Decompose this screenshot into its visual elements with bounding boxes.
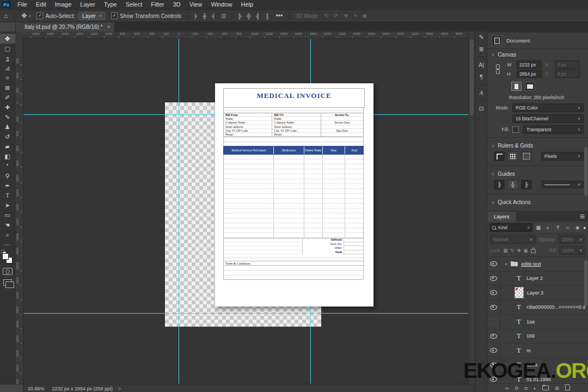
toggle-guides-button[interactable]: ╠ bbox=[494, 180, 505, 189]
eyedropper-tool-icon[interactable]: ✐ bbox=[0, 93, 15, 102]
layer-name[interactable]: citta0000000...<<<<<<<0 d bbox=[526, 304, 585, 310]
guide-style-dropdown[interactable]: ∨ bbox=[541, 181, 584, 188]
invoice-page[interactable]: MEDICAL INVOICE Bill FromName:Company Na… bbox=[215, 83, 373, 307]
rectangle-tool-icon[interactable]: ▭ bbox=[0, 210, 15, 220]
fill-dropdown[interactable]: Transparent ∨ bbox=[523, 125, 584, 134]
x-field[interactable]: 0 px bbox=[555, 60, 580, 69]
toggle-pixel-grid-button[interactable] bbox=[521, 151, 532, 161]
toolbar-collapse-corner[interactable] bbox=[0, 22, 16, 32]
section-rulers-grids[interactable]: ∨ Rulers & Grids bbox=[487, 140, 588, 150]
section-quick-actions[interactable]: ∨ Quick Actions bbox=[487, 197, 588, 207]
filter-kind-dropdown[interactable]: Kind ∨ bbox=[489, 223, 532, 232]
guide-horizontal[interactable] bbox=[23, 313, 468, 314]
menu-item-image[interactable]: Image bbox=[51, 0, 76, 9]
chevron-down-icon[interactable]: ∨ bbox=[505, 262, 507, 266]
visibility-toggle[interactable] bbox=[487, 286, 500, 300]
height-field[interactable]: 2854 px bbox=[517, 70, 542, 78]
clone-stamp-tool-icon[interactable]: ♟ bbox=[0, 122, 15, 132]
toggle-rulers-button[interactable] bbox=[494, 151, 505, 161]
filter-pixel-layers-icon[interactable]: ▦ bbox=[534, 224, 542, 232]
brush-settings-icon[interactable]: ✎ bbox=[476, 32, 487, 42]
lock-all-icon[interactable] bbox=[531, 249, 536, 253]
path-selection-tool-icon[interactable]: ➤ bbox=[0, 200, 15, 210]
screen-mode-icon[interactable] bbox=[3, 279, 12, 286]
panel-menu-icon[interactable]: ≡ bbox=[580, 212, 588, 222]
brush-tool-icon[interactable]: ✎ bbox=[0, 112, 15, 122]
menu-item-filter[interactable]: Filter bbox=[146, 0, 168, 9]
vertical-ruler[interactable]: 6004002000200400600800100012001400160018… bbox=[15, 38, 23, 384]
filter-toggle-icon[interactable]: ● bbox=[583, 225, 586, 230]
crop-tool-icon[interactable]: ⌗ bbox=[0, 73, 15, 83]
y-field[interactable]: 0 px bbox=[555, 70, 580, 78]
visibility-toggle[interactable] bbox=[487, 329, 500, 344]
filter-smart-objects-icon[interactable]: ◈ bbox=[573, 224, 581, 232]
layer-row[interactable]: Tcitta0000000...<<<<<<<0 d bbox=[487, 301, 588, 315]
home-icon[interactable]: ⌂ bbox=[0, 12, 11, 20]
visibility-toggle[interactable] bbox=[487, 344, 500, 358]
visibility-toggle[interactable] bbox=[487, 315, 500, 329]
lock-position-icon[interactable]: ✥ bbox=[517, 248, 520, 253]
frame-tool-icon[interactable]: ⊠ bbox=[0, 83, 15, 93]
tab-layers[interactable]: Layers bbox=[487, 212, 516, 222]
layer-row[interactable]: T169 bbox=[487, 329, 588, 344]
spot-healing-brush-tool-icon[interactable]: ✚ bbox=[0, 102, 15, 112]
layer-name[interactable]: edite text bbox=[521, 261, 541, 267]
scrollbar-thumb[interactable] bbox=[470, 39, 474, 115]
move-tool-icon[interactable]: ✥ bbox=[0, 34, 15, 44]
zoom-level-field[interactable]: 20.66% bbox=[28, 386, 45, 391]
section-canvas[interactable]: ∨ Canvas bbox=[487, 49, 588, 59]
width-field[interactable]: 2232 px bbox=[517, 60, 542, 69]
layer-effects-icon[interactable]: fx bbox=[515, 385, 519, 391]
menu-item-3d[interactable]: 3D bbox=[169, 0, 185, 9]
rectangular-marquee-tool-icon[interactable]: ▢ bbox=[0, 44, 15, 53]
guide-vertical[interactable] bbox=[179, 38, 179, 384]
layer-name[interactable]: 1aa bbox=[526, 319, 535, 324]
ruler-units-dropdown[interactable]: Pixels ∨ bbox=[541, 152, 584, 161]
filter-shape-layers-icon[interactable]: ⌗ bbox=[564, 224, 572, 232]
auto-select-target-dropdown[interactable]: Layer ∨ bbox=[78, 12, 106, 20]
layer-name[interactable]: m bbox=[526, 348, 531, 353]
properties-scrollbar-thumb[interactable] bbox=[584, 147, 587, 196]
canvas-area[interactable]: MEDICAL INVOICE Bill FromName:Company Na… bbox=[23, 38, 468, 384]
lock-artboard-icon[interactable]: ▣ bbox=[524, 248, 528, 253]
lock-transparency-icon[interactable]: ▦ bbox=[503, 248, 507, 253]
hand-tool-icon[interactable]: ☚ bbox=[0, 220, 15, 230]
eraser-tool-icon[interactable]: ▰ bbox=[0, 142, 15, 151]
distribute-center-icon[interactable]: ╬ bbox=[244, 13, 253, 19]
menu-item-window[interactable]: Window bbox=[206, 0, 236, 9]
pen-tool-icon[interactable]: ✒ bbox=[0, 181, 15, 191]
layer-name[interactable]: 169 bbox=[526, 333, 535, 339]
lock-guides-button[interactable]: ╬ bbox=[507, 180, 518, 189]
visibility-toggle[interactable] bbox=[487, 272, 500, 286]
show-transform-checkbox[interactable]: ✓ Show Transform Controls bbox=[111, 13, 181, 19]
menu-item-edit[interactable]: Edit bbox=[32, 0, 51, 9]
color-swatches[interactable] bbox=[1, 252, 14, 265]
blur-tool-icon[interactable]: ❜ bbox=[0, 161, 15, 171]
opacity-field[interactable]: 100% ∨ bbox=[558, 235, 585, 244]
bit-depth-dropdown[interactable]: 16 Bits/Channel ∨ bbox=[512, 114, 584, 123]
edit-toolbar-icon-icon[interactable]: ⋯ bbox=[0, 240, 15, 249]
3d-panel-icon[interactable]: ⊡ bbox=[476, 103, 487, 114]
add-layer-mask-icon[interactable]: ◘ bbox=[524, 385, 527, 391]
distribute-vertical-icon[interactable]: ║ bbox=[262, 13, 272, 19]
foreground-color-swatch[interactable] bbox=[2, 253, 9, 260]
layer-row[interactable]: T1aa bbox=[487, 315, 588, 329]
layer-row[interactable]: Tm bbox=[487, 344, 588, 358]
section-guides[interactable]: ∨ Guides bbox=[487, 168, 588, 179]
brushes-icon[interactable]: ≣ bbox=[476, 44, 487, 54]
close-icon[interactable]: × bbox=[107, 24, 111, 30]
new-layer-icon[interactable]: ⊞ bbox=[555, 385, 559, 391]
auto-select-checkbox[interactable]: ✓ Auto-Select: bbox=[36, 13, 75, 19]
glyphs-panel-icon[interactable]: A bbox=[476, 87, 487, 98]
menu-item-type[interactable]: Type bbox=[100, 0, 121, 9]
history-brush-tool-icon[interactable]: ↺ bbox=[0, 132, 15, 142]
menu-item-layer[interactable]: Layer bbox=[76, 0, 100, 9]
layer-name[interactable]: Layer 3 bbox=[527, 290, 543, 296]
layer-fill-field[interactable]: 100% ∨ bbox=[559, 246, 585, 255]
layer-row[interactable]: ∨edite text bbox=[487, 257, 588, 272]
type-tool-icon[interactable]: T bbox=[0, 191, 15, 200]
layer-row[interactable]: TLayer 2 bbox=[487, 272, 588, 286]
orientation-portrait-button[interactable] bbox=[511, 82, 522, 91]
layers-scrollbar-thumb[interactable] bbox=[584, 260, 587, 306]
object-selection-tool-icon[interactable]: ⊿ bbox=[0, 63, 15, 73]
